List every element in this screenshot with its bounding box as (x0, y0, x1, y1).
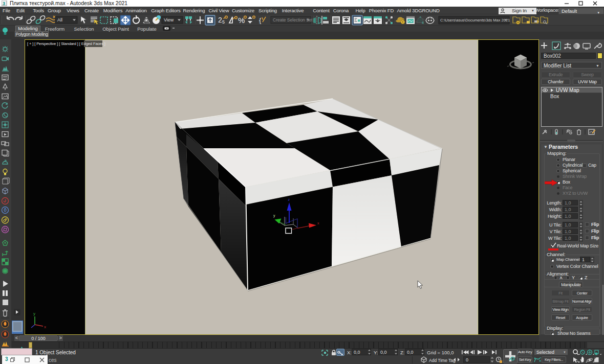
svg-text:All: All (57, 17, 62, 22)
svg-text:C:\Users\asus\Documents\3ds Ma: C:\Users\asus\Documents\3ds Max 2021 (440, 18, 510, 22)
svg-text:2: 2 (218, 16, 222, 24)
svg-text:3: 3 (3, 1, 5, 6)
svg-text:{: { (259, 16, 262, 24)
svg-text:5: 5 (222, 19, 225, 25)
svg-text:4: 4 (422, 21, 424, 25)
svg-text:View: View (164, 17, 174, 22)
